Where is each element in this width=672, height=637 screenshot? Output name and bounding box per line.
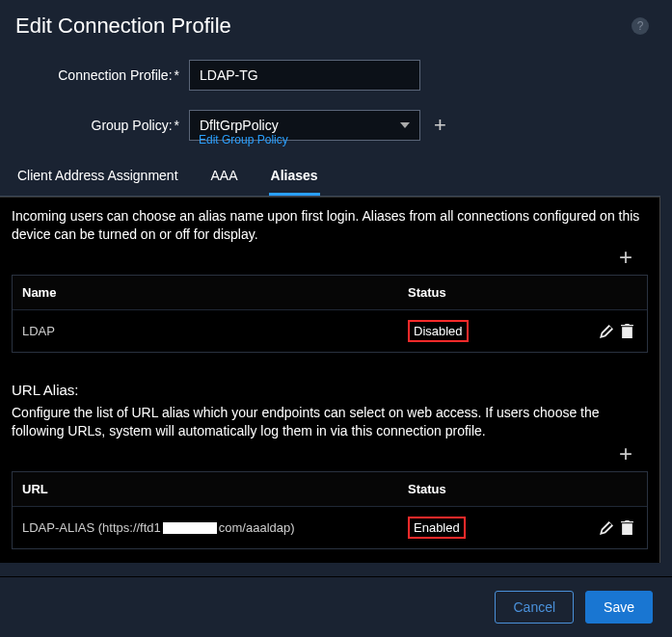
dialog-header: Edit Connection Profile ? <box>0 0 672 48</box>
row-actions <box>524 313 647 348</box>
scrollbar[interactable] <box>660 191 672 557</box>
status-badge: Enabled <box>408 517 466 539</box>
tabs: Client Address Assignment AAA Aliases <box>0 160 672 197</box>
status-badge: Disabled <box>408 320 469 342</box>
table-row: LDAP Disabled <box>13 309 647 352</box>
edit-group-policy-link[interactable]: Edit Group Policy <box>199 133 657 146</box>
cancel-button[interactable]: Cancel <box>495 591 574 624</box>
connection-profile-input[interactable] <box>189 60 420 91</box>
tab-aaa[interactable]: AAA <box>209 160 240 196</box>
group-policy-value: DfltGrpPolicy <box>200 118 279 133</box>
form-area: Connection Profile: Group Policy: DfltGr… <box>0 48 672 160</box>
delete-icon[interactable] <box>621 520 633 535</box>
help-icon[interactable]: ? <box>632 17 649 35</box>
add-url-alias-button[interactable]: + <box>619 440 632 467</box>
url-alias-title: URL Alias: <box>0 353 659 404</box>
edit-icon[interactable] <box>600 325 613 338</box>
table-header: Name Status <box>13 276 647 309</box>
group-policy-label: Group Policy: <box>15 118 189 133</box>
tab-content: Incoming users can choose an alias name … <box>0 197 660 563</box>
aliases-table: Name Status LDAP Disabled <box>12 275 648 353</box>
table-row: LDAP-ALIAS (https://ftd1com/aaaldap) Ena… <box>13 506 647 548</box>
url-alias-url: LDAP-ALIAS (https://ftd1com/aaaldap) <box>13 511 398 544</box>
col-actions-header <box>524 282 647 302</box>
aliases-description: Incoming users can choose an alias name … <box>0 198 659 246</box>
delete-icon[interactable] <box>621 324 633 338</box>
url-alias-status: Enabled <box>398 507 524 548</box>
tab-aliases[interactable]: Aliases <box>269 160 320 196</box>
connection-profile-label: Connection Profile: <box>15 67 189 83</box>
col-status-header: Status <box>398 472 524 506</box>
chevron-down-icon <box>400 122 410 128</box>
alias-status: Disabled <box>398 310 524 352</box>
add-group-policy-button[interactable]: + <box>434 113 446 138</box>
dialog-title: Edit Connection Profile <box>15 13 231 39</box>
col-actions-header <box>524 479 647 498</box>
url-alias-description: Configure the list of URL alias which yo… <box>0 404 659 442</box>
col-name-header: Name <box>13 276 398 309</box>
url-alias-table: URL Status LDAP-ALIAS (https://ftd1com/a… <box>12 471 648 549</box>
add-alias-button[interactable]: + <box>619 244 632 271</box>
dialog-footer: Cancel Save <box>0 576 672 637</box>
redacted-segment <box>163 522 217 534</box>
edit-icon[interactable] <box>600 521 613 535</box>
alias-name: LDAP <box>13 314 398 348</box>
table-header: URL Status <box>13 472 647 506</box>
tab-client-address-assignment[interactable]: Client Address Assignment <box>15 160 180 196</box>
save-button[interactable]: Save <box>585 591 653 624</box>
col-url-header: URL <box>13 472 398 506</box>
row-actions <box>524 510 647 544</box>
col-status-header: Status <box>398 276 524 309</box>
